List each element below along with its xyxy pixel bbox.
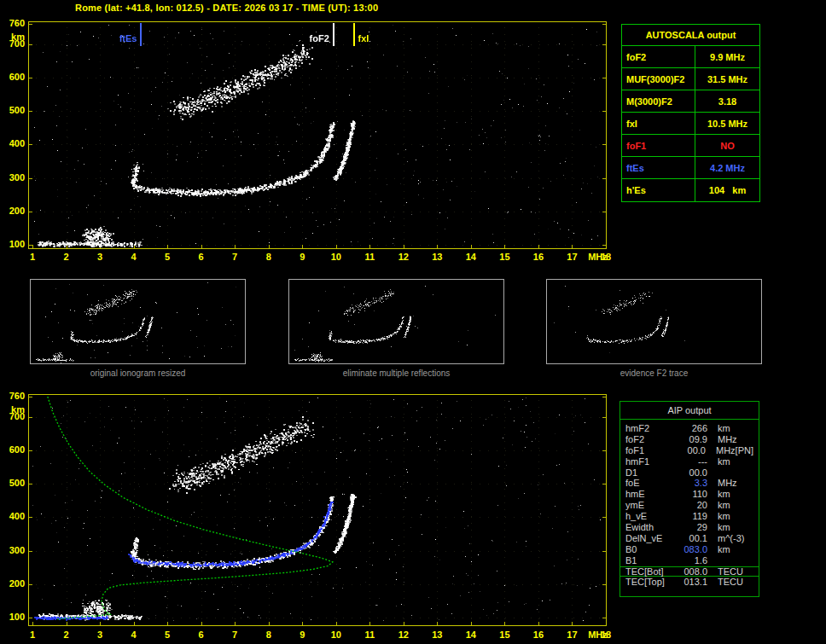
x-tick-label: 14 xyxy=(464,252,478,262)
y-tick-label: 600 xyxy=(3,444,25,455)
aip-row-foF1: foF100.0MHz[PN] xyxy=(620,445,759,456)
aip-param-unit: km xyxy=(718,423,730,434)
marker-label-fxI: fxI xyxy=(358,33,369,44)
y-tick-label: 400 xyxy=(3,138,25,148)
autoscala-param-label: ftEs xyxy=(622,157,695,178)
y-axis-unit-label: km xyxy=(0,32,25,42)
x-axis-unit-label: MHz xyxy=(585,252,610,262)
main-ionogram-y-axis: 760700600500400300200100km xyxy=(3,21,26,249)
autoscala-table-title: AUTOSCALA output xyxy=(622,25,759,46)
autoscala-table-rows: foF29.9 MHzMUF(3000)F231.5 MHzM(3000)F23… xyxy=(622,46,759,201)
x-tick-label: 9 xyxy=(295,252,309,262)
aip-param-value: --- xyxy=(673,456,707,467)
profile-ionogram-canvas xyxy=(29,395,606,625)
aip-param-unit: TECU xyxy=(718,566,743,577)
autoscala-row-fxI: fxI10.5 MHz xyxy=(622,113,759,135)
marker-label-ftEs: ftEs xyxy=(102,33,137,44)
y-tick-label: 600 xyxy=(3,72,25,82)
aip-param-name: hmF2 xyxy=(625,423,673,434)
aip-param-unit: km xyxy=(718,456,730,467)
aip-param-name: D1 xyxy=(625,467,673,479)
y-tick-label: 200 xyxy=(3,206,25,216)
x-tick-label: 12 xyxy=(397,252,410,262)
thumb-original-canvas xyxy=(31,280,245,363)
aip-param-name: foF2 xyxy=(625,434,673,445)
autoscala-param-label: fxI xyxy=(622,113,695,134)
y-tick-label: 100 xyxy=(3,612,25,622)
y-tick-label: 500 xyxy=(3,105,25,115)
thumb-evidence-f2 xyxy=(546,279,762,364)
x-tick-label: 14 xyxy=(464,629,478,640)
x-tick-label: 8 xyxy=(262,252,276,262)
aip-row-hmF2: hmF2266km xyxy=(620,423,759,434)
main-ionogram-plot: ftEsfoF2fxI xyxy=(28,21,607,249)
aip-param-unit: TECU xyxy=(718,577,743,588)
autoscala-param-value: 10.5 MHz xyxy=(695,113,759,134)
autoscala-param-value: 9.9 MHz xyxy=(695,46,759,67)
aip-row-hmE: hmE110km xyxy=(620,489,759,500)
x-tick-label: 5 xyxy=(160,252,174,262)
autoscala-row-M(3000)F2: M(3000)F23.18 xyxy=(622,90,759,113)
autoscala-row-foF2: foF29.9 MHz xyxy=(622,46,759,68)
aip-param-name: hmE xyxy=(625,489,673,500)
aip-row-h_vE: h_vE119km xyxy=(620,511,759,522)
aip-param-unit: km xyxy=(718,500,730,511)
autoscala-param-label: h'Es xyxy=(622,179,695,201)
aip-param-unit: km xyxy=(718,511,730,522)
x-tick-label: 2 xyxy=(60,629,73,640)
x-tick-label: 12 xyxy=(397,629,410,640)
x-tick-label: 3 xyxy=(93,252,107,262)
aip-row-ymE: ymE20km xyxy=(620,500,759,511)
autoscala-param-value: 3.18 xyxy=(695,90,759,112)
y-tick-label: 760 xyxy=(3,18,25,28)
aip-param-name: DelN_vE xyxy=(625,533,673,544)
aip-row-B1: B11.6 xyxy=(620,555,759,566)
x-tick-label: 15 xyxy=(497,252,511,262)
x-tick-label: 5 xyxy=(160,629,174,640)
aip-param-value: 00.0 xyxy=(672,445,706,456)
thumb-evidence-f2-caption: evidence F2 trace xyxy=(546,368,762,378)
aip-row-Ewidth: Ewidth29km xyxy=(620,522,759,533)
thumb-eliminate-multiples-canvas xyxy=(289,280,503,363)
x-tick-label: 7 xyxy=(228,252,241,262)
aip-param-name: hmF1 xyxy=(625,456,673,467)
aip-param-value: 119 xyxy=(673,511,707,522)
thumb-eliminate-multiples xyxy=(288,279,504,364)
aip-row-DelN_vE: DelN_vE00.1m^(-3) xyxy=(620,533,759,544)
aip-param-unit: m^(-3) xyxy=(718,533,744,544)
aip-param-value: 1.6 xyxy=(673,555,707,566)
autoscala-param-label: M(3000)F2 xyxy=(622,90,695,112)
x-tick-label: 7 xyxy=(228,629,241,640)
aip-param-value: 013.1 xyxy=(673,577,707,588)
y-tick-label: 400 xyxy=(3,511,25,521)
y-tick-label: 500 xyxy=(3,478,25,488)
thumb-eliminate-multiples-caption: eliminate multiple reflections xyxy=(288,368,504,378)
aip-param-name: Ewidth xyxy=(625,522,673,533)
x-tick-label: 2 xyxy=(60,252,73,262)
autoscala-row-MUF(3000)F2: MUF(3000)F231.5 MHz xyxy=(622,68,759,90)
aip-row-B0: B0083.0km xyxy=(620,544,759,555)
aip-param-unit: km xyxy=(718,544,730,555)
aip-row-D1: D100.0 xyxy=(620,467,759,479)
main-ionogram-x-axis: 123456789101112131415161718MHz xyxy=(28,252,625,264)
x-tick-label: 10 xyxy=(329,252,343,262)
autoscala-param-label: MUF(3000)F2 xyxy=(622,68,695,90)
x-tick-label: 16 xyxy=(532,629,545,640)
autoscala-param-label: foF1 xyxy=(622,135,695,156)
x-tick-label: 6 xyxy=(195,629,208,640)
autoscala-output-table: AUTOSCALA output foF29.9 MHzMUF(3000)F23… xyxy=(621,24,760,202)
window-title: Rome (lat: +41.8, lon: 012.5) - DATE: 20… xyxy=(75,3,378,13)
aip-param-unit: MHz xyxy=(718,434,737,445)
thumb-original-caption: original ionogram resized xyxy=(30,368,246,378)
x-tick-label: 6 xyxy=(195,252,208,262)
y-tick-label: 300 xyxy=(3,545,25,555)
x-tick-label: 9 xyxy=(295,629,309,640)
aip-param-name: B1 xyxy=(625,555,673,566)
aip-row-TEC[Top]: TEC[Top]013.1TECU xyxy=(620,577,759,588)
profile-ionogram-y-axis: 760700600500400300200100km xyxy=(3,394,26,626)
aip-param-name: TEC[Bot] xyxy=(625,566,673,577)
aip-param-unit: MHz xyxy=(718,478,737,489)
aip-param-value: 266 xyxy=(673,423,707,434)
aip-row-foF2: foF209.9MHz xyxy=(620,434,759,445)
x-tick-label: 15 xyxy=(497,629,511,640)
